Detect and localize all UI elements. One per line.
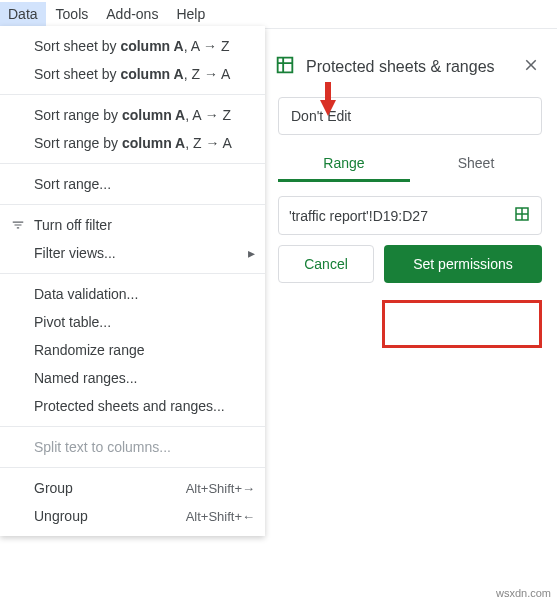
pivot-table[interactable]: Pivot table... xyxy=(0,308,265,336)
annotation-arrow-icon xyxy=(318,82,338,116)
cancel-button[interactable]: Cancel xyxy=(278,245,374,283)
data-validation[interactable]: Data validation... xyxy=(0,280,265,308)
ungroup[interactable]: Ungroup Alt+Shift+← xyxy=(0,502,265,530)
sort-sheet-az-label: Sort sheet by column A, A → Z xyxy=(34,38,230,54)
sort-sheet-za[interactable]: Sort sheet by column A, Z → A xyxy=(0,60,265,88)
named-ranges-label: Named ranges... xyxy=(34,370,138,386)
sort-sheet-az[interactable]: Sort sheet by column A, A → Z xyxy=(0,32,265,60)
protected-sheets-ranges[interactable]: Protected sheets and ranges... xyxy=(0,392,265,420)
menu-help[interactable]: Help xyxy=(168,2,213,26)
menu-addons[interactable]: Add-ons xyxy=(98,2,166,26)
sheets-icon xyxy=(274,54,296,79)
watermark: wsxdn.com xyxy=(496,587,551,599)
sort-range-label: Sort range... xyxy=(34,176,111,192)
menubar: Data Tools Add-ons Help xyxy=(0,0,557,29)
tab-sheet[interactable]: Sheet xyxy=(410,145,542,182)
ungroup-label: Ungroup xyxy=(34,508,88,524)
set-permissions-button[interactable]: Set permissions xyxy=(384,245,542,283)
panel-header: Protected sheets & ranges xyxy=(270,40,550,93)
range-input[interactable]: 'traffic report'!D19:D27 xyxy=(278,196,542,235)
group-shortcut: Alt+Shift+→ xyxy=(186,481,255,496)
panel-title: Protected sheets & ranges xyxy=(306,58,512,76)
sort-range-az[interactable]: Sort range by column A, A → Z xyxy=(0,101,265,129)
sort-range[interactable]: Sort range... xyxy=(0,170,265,198)
tabs: Range Sheet xyxy=(278,145,542,182)
pivot-table-label: Pivot table... xyxy=(34,314,111,330)
protected-sheets-label: Protected sheets and ranges... xyxy=(34,398,225,414)
grid-icon[interactable] xyxy=(513,205,531,226)
filter-icon xyxy=(10,217,26,233)
menu-data[interactable]: Data xyxy=(0,2,46,26)
turn-off-filter-label: Turn off filter xyxy=(34,217,112,233)
separator xyxy=(0,94,265,95)
filter-views[interactable]: Filter views... ▸ xyxy=(0,239,265,267)
filter-views-label: Filter views... xyxy=(34,245,116,261)
separator xyxy=(0,163,265,164)
tab-range[interactable]: Range xyxy=(278,145,410,182)
sort-range-az-label: Sort range by column A, A → Z xyxy=(34,107,231,123)
data-validation-label: Data validation... xyxy=(34,286,138,302)
randomize-range[interactable]: Randomize range xyxy=(0,336,265,364)
split-text-label: Split text to columns... xyxy=(34,439,171,455)
turn-off-filter[interactable]: Turn off filter xyxy=(0,211,265,239)
separator xyxy=(0,204,265,205)
protected-panel: Protected sheets & ranges Don't Edit Ran… xyxy=(270,40,550,293)
chevron-right-icon: ▸ xyxy=(248,245,255,261)
group[interactable]: Group Alt+Shift+→ xyxy=(0,474,265,502)
separator xyxy=(0,426,265,427)
menu-tools[interactable]: Tools xyxy=(48,2,97,26)
data-dropdown: Sort sheet by column A, A → Z Sort sheet… xyxy=(0,26,265,536)
close-icon[interactable] xyxy=(522,56,540,77)
split-text: Split text to columns... xyxy=(0,433,265,461)
buttons-row: Cancel Set permissions xyxy=(278,245,542,283)
sort-range-za-label: Sort range by column A, Z → A xyxy=(34,135,232,151)
separator xyxy=(0,273,265,274)
annotation-highlight xyxy=(382,300,542,348)
range-value: 'traffic report'!D19:D27 xyxy=(289,208,513,224)
sort-sheet-za-label: Sort sheet by column A, Z → A xyxy=(34,66,230,82)
sort-range-za[interactable]: Sort range by column A, Z → A xyxy=(0,129,265,157)
ungroup-shortcut: Alt+Shift+← xyxy=(186,509,255,524)
group-label: Group xyxy=(34,480,73,496)
named-ranges[interactable]: Named ranges... xyxy=(0,364,265,392)
randomize-range-label: Randomize range xyxy=(34,342,145,358)
separator xyxy=(0,467,265,468)
